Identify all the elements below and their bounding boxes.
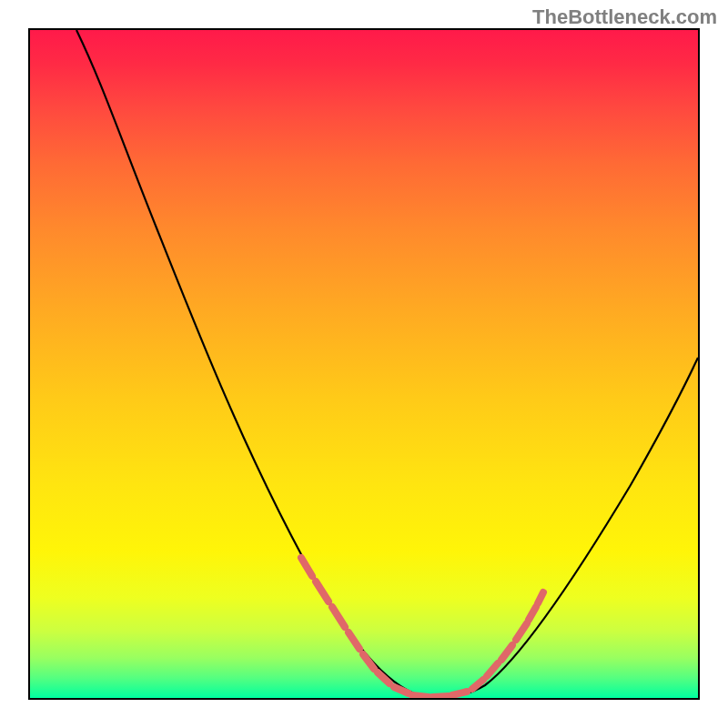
svg-line-8: [432, 696, 449, 697]
svg-line-1: [316, 581, 329, 602]
svg-line-0: [301, 558, 312, 576]
bottleneck-curve-line: [76, 30, 698, 697]
curve-svg: [30, 30, 698, 698]
svg-line-11: [487, 663, 498, 676]
svg-line-15: [538, 592, 543, 603]
highlight-segments-right: [472, 592, 543, 689]
svg-line-3: [349, 632, 359, 649]
svg-line-6: [394, 687, 409, 693]
watermark-text: TheBottleneck.com: [532, 5, 717, 29]
svg-line-12: [501, 645, 512, 660]
svg-line-4: [363, 654, 374, 669]
svg-line-5: [378, 672, 389, 683]
svg-line-13: [516, 623, 527, 640]
svg-line-7: [412, 695, 429, 697]
chart-frame: [28, 28, 700, 700]
svg-line-2: [332, 607, 345, 627]
highlight-segments-bottom: [394, 687, 467, 697]
chart-container: TheBottleneck.com: [0, 0, 728, 728]
svg-line-14: [529, 607, 536, 620]
svg-line-9: [452, 692, 467, 695]
